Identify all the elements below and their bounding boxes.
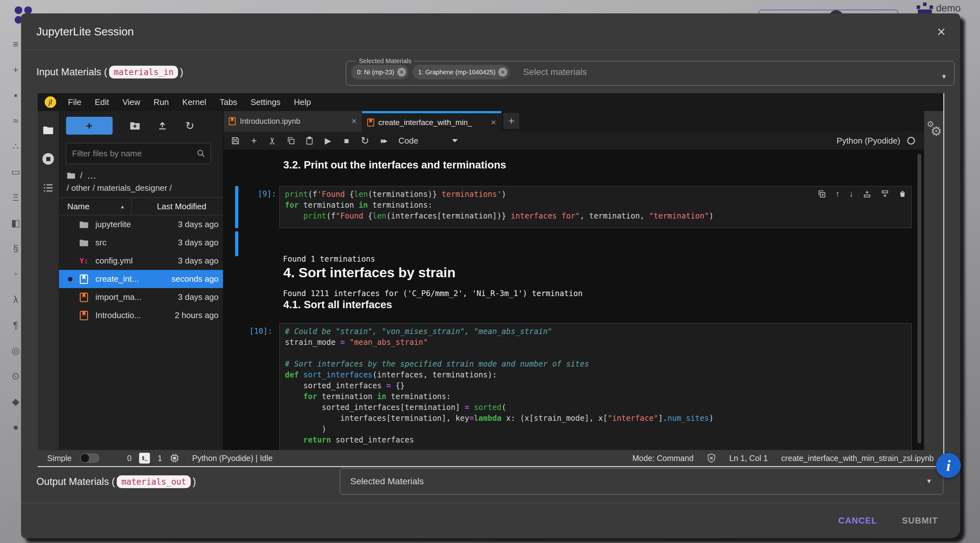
sort-ascending-icon[interactable]: ▲ [120, 204, 125, 209]
materials-in-code: materials_in [109, 66, 178, 78]
notebook-file-icon [229, 117, 236, 126]
paste-cells-icon[interactable] [300, 137, 319, 145]
background-icon: ◎ [11, 345, 20, 356]
kernel-name[interactable]: Python (Pyodide) [837, 136, 900, 146]
menu-run[interactable]: Run [147, 97, 176, 107]
upload-icon[interactable] [157, 121, 167, 131]
notebook-file-icon [79, 274, 89, 284]
background-icon: ▪ [14, 90, 18, 101]
breadcrumb-path[interactable]: / other / materials_designer / [67, 183, 223, 193]
cell-type-select[interactable]: Code [398, 136, 458, 146]
background-icon: ∴ [13, 141, 19, 152]
terminal-icon[interactable]: $_ [139, 453, 150, 463]
insert-c_below-icon[interactable] [881, 190, 889, 198]
output-materials-select[interactable]: Selected Materials ▼ [340, 468, 943, 495]
selected-materials-legend: Selected Materials [356, 57, 414, 65]
file-row-jupyterlite[interactable]: jupyterlite 3 days ago [59, 215, 223, 234]
file-filter-box[interactable] [66, 143, 211, 164]
file-list-header: Name ▲ Last Modified [59, 197, 223, 215]
info-button[interactable]: i [936, 453, 961, 478]
tab-create-interface[interactable]: create_interface_with_min_ × [362, 111, 501, 131]
background-icon: ⊙ [11, 371, 19, 382]
file-row-import-material[interactable]: import_ma... 3 days ago [59, 288, 223, 306]
file-browser-tab-icon[interactable] [43, 126, 54, 135]
table-of-contents-tab-icon[interactable] [43, 183, 54, 193]
restart-kernel-icon[interactable]: ↻ [356, 135, 374, 147]
file-row-config-yml[interactable]: Y: config.yml 3 days ago [59, 252, 223, 270]
terminals-count: 0 [127, 454, 131, 463]
insert-cell-icon[interactable]: + [245, 135, 263, 147]
simple-mode-toggle[interactable] [80, 453, 100, 463]
cut-cells-icon[interactable]: ✂ [263, 135, 282, 146]
section-heading-3-2: 3.2. Print out the interfaces and termin… [283, 159, 506, 171]
move-cell-down-icon[interactable]: ↓ [849, 189, 853, 199]
save-icon[interactable] [226, 137, 245, 145]
menu-kernel[interactable]: Kernel [175, 97, 213, 107]
notebook-scrollbar[interactable] [918, 154, 921, 443]
background-icon: § [13, 243, 19, 254]
menu-tabs[interactable]: Tabs [213, 97, 244, 107]
running-kernels-tab-icon[interactable] [43, 153, 54, 165]
chevron-down-icon [452, 139, 458, 142]
restart-run-all-icon[interactable]: ▶▶ [374, 137, 393, 144]
close-icon[interactable]: × [937, 25, 945, 38]
close-tab-icon[interactable]: × [491, 118, 496, 127]
new-launcher-button[interactable]: + [66, 117, 113, 135]
kernel-chip-icon[interactable] [170, 453, 179, 463]
material-chip[interactable]: 1: Graphene (mp-1040425) × [412, 65, 510, 80]
code-cell-9[interactable]: print(f'Found {len(terminations)} termin… [280, 186, 912, 228]
material-chip[interactable]: 0: Ni (mp-23) × [351, 65, 409, 80]
close-tab-icon[interactable]: × [352, 116, 356, 126]
mode-indicator[interactable]: Mode: Command [632, 454, 694, 463]
cancel-button[interactable]: CANCEL [830, 511, 886, 530]
notebook-file-icon [79, 293, 89, 302]
menu-edit[interactable]: Edit [88, 97, 116, 107]
chip-delete-icon[interactable]: × [498, 68, 507, 76]
input-materials-select[interactable]: Selected Materials 0: Ni (mp-23) × 1: Gr… [346, 57, 955, 86]
section-heading-4: 4. Sort interfaces by strain [283, 265, 455, 280]
shield-icon[interactable] [707, 453, 716, 463]
file-row-create-interface[interactable]: create_int... seconds ago [59, 270, 223, 288]
run-cell-icon[interactable]: ▶ [319, 136, 337, 146]
property-inspector-icon[interactable]: ⚙⚙ [925, 119, 943, 139]
breadcrumb-root[interactable]: / [80, 171, 82, 181]
jupyterlab-frame: jl File Edit View Run Kernel Tabs Settin… [38, 93, 944, 467]
jupyter-menubar: jl File Edit View Run Kernel Tabs Settin… [38, 93, 943, 111]
new-tab-button[interactable]: + [503, 113, 519, 129]
background-icon: ● [13, 422, 19, 433]
column-name[interactable]: Name [67, 202, 89, 212]
chevron-down-icon[interactable]: ▼ [941, 73, 947, 80]
copy-cells-icon[interactable] [282, 137, 300, 145]
column-last-modified[interactable]: Last Modified [131, 202, 223, 212]
menu-view[interactable]: View [116, 97, 147, 107]
file-filter-input[interactable] [72, 148, 188, 159]
dialog-header: JupyterLite Session × [21, 13, 960, 50]
delete-cell-icon[interactable] [899, 190, 906, 198]
kernel-status-icon[interactable] [907, 137, 915, 145]
user-name-label: demo [936, 3, 961, 14]
insert-cell-above-icon[interactable] [863, 190, 871, 198]
background-icon: ◧ [11, 218, 20, 228]
stop-kernel-icon[interactable]: ■ [337, 136, 356, 146]
file-row-introduction[interactable]: Introductio... 2 hours ago [59, 306, 223, 325]
file-row-src[interactable]: src 3 days ago [59, 234, 223, 252]
new-folder-icon[interactable] [130, 121, 140, 130]
code-cell-10[interactable]: # Could be "strain", "von_mises_strain",… [280, 323, 912, 450]
move-cell-up-icon[interactable]: ↑ [835, 189, 840, 199]
submit-button[interactable]: SUBMIT [894, 511, 947, 530]
refresh-icon[interactable]: ↻ [185, 121, 195, 131]
menu-file[interactable]: File [61, 97, 88, 107]
menu-help[interactable]: Help [287, 97, 317, 107]
breadcrumb-ellipsis[interactable]: … [87, 170, 97, 181]
tab-introduction-ipynb[interactable]: Introduction.ipynb × [224, 111, 362, 131]
cursor-position[interactable]: Ln 1, Col 1 [729, 454, 768, 463]
active-cell-output-indicator [235, 231, 238, 256]
duplicate-cell-icon[interactable] [818, 190, 826, 198]
menu-settings[interactable]: Settings [244, 97, 287, 107]
yaml-file-icon: Y: [79, 257, 89, 265]
notebook-file-icon [79, 311, 89, 320]
background-icon: Ξ [13, 192, 19, 203]
chip-delete-icon[interactable]: × [397, 68, 406, 76]
kernel-status-label[interactable]: Python (Pyodide) | Idle [192, 454, 272, 463]
home-folder-icon[interactable] [67, 172, 76, 179]
